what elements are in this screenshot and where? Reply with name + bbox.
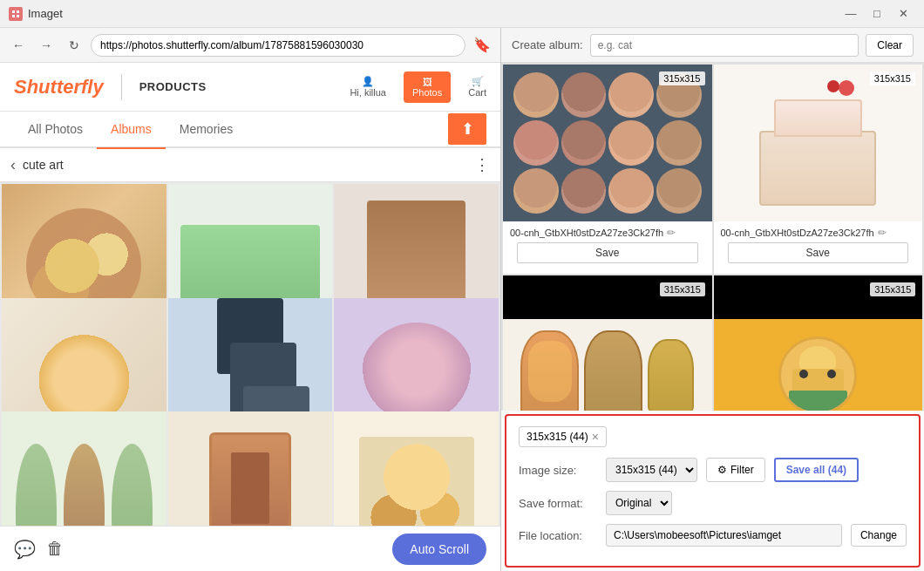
photo-cell-9[interactable] — [334, 411, 499, 526]
right-panel: Create album: Clear 315x315 — [501, 28, 924, 571]
right-img-content-3[interactable] — [503, 319, 712, 411]
filename-1: 00-cnh_GtbXHt0stDzA27ze3Ck27fh ✏ — [510, 227, 705, 239]
svg-rect-1 — [12, 10, 15, 13]
black-bar-3: 315x315 — [503, 275, 712, 319]
file-location-label: File location: — [519, 529, 597, 542]
filter-icon: ⚙ — [717, 464, 727, 476]
edit-icon-1[interactable]: ✏ — [667, 227, 676, 239]
forward-button[interactable]: → — [35, 34, 58, 57]
file-location-input[interactable] — [606, 524, 842, 547]
site-header: Shutterfly PRODUCTS 👤 Hi, killua 🖼 Photo… — [0, 63, 500, 112]
save-format-label: Save format: — [519, 497, 597, 510]
filter-row-size: Image size: 315x315 (44) ⚙ Filter Save a… — [519, 458, 907, 482]
photos-icon: 🖼 — [423, 77, 432, 87]
close-button[interactable]: ✕ — [891, 4, 915, 24]
save-button-2[interactable]: Save — [728, 242, 909, 263]
filter-tag-1: 315x315 (44) × — [519, 426, 607, 447]
more-options-button[interactable]: ⋮ — [474, 155, 490, 174]
image-size-label: Image size: — [519, 464, 597, 477]
shutterfly-logo: Shutterfly — [14, 76, 104, 99]
filter-tag-label: 315x315 (44) — [527, 431, 588, 443]
photo-cell-8[interactable] — [168, 411, 333, 526]
black-bar-4: 315x315 — [714, 275, 923, 319]
user-label: Hi, killua — [350, 87, 386, 98]
filter-tag-remove[interactable]: × — [592, 430, 599, 444]
tabs-bar: All Photos Albums Memories ⬆ — [0, 112, 500, 148]
svg-rect-0 — [10, 9, 21, 19]
save-all-button[interactable]: Save all (44) — [774, 458, 859, 482]
right-img-footer-2: 00-cnh_GtbXHt0stDzA27ze3Ck27fh ✏ Save — [714, 221, 923, 274]
delete-button[interactable]: 🗑 — [46, 539, 64, 559]
format-select[interactable]: Original — [606, 491, 672, 515]
cart-icon: 🛒 — [472, 76, 484, 87]
create-album-label: Create album: — [512, 38, 583, 51]
photo-grid — [0, 182, 500, 526]
comment-button[interactable]: 💬 — [14, 539, 36, 560]
right-img-container-1[interactable]: 315x315 — [503, 65, 712, 221]
album-name: cute art — [23, 158, 474, 172]
filter-tags: 315x315 (44) × — [519, 426, 907, 447]
photos-icon-item[interactable]: 🖼 Photos — [404, 71, 451, 103]
photo-cell-7[interactable] — [2, 411, 166, 526]
user-icon: 👤 — [362, 76, 374, 87]
upload-button[interactable]: ⬆ — [448, 113, 486, 145]
main-container: ← → ↻ 🔖 Shutterfly PRODUCTS 👤 Hi, killua… — [0, 28, 924, 571]
tab-albums[interactable]: Albums — [97, 111, 166, 147]
browser-toolbar: ← → ↻ 🔖 — [0, 28, 500, 63]
filter-row-location: File location: Change — [519, 524, 907, 547]
tab-memories[interactable]: Memories — [166, 111, 247, 147]
header-divider — [121, 74, 122, 100]
right-img-content-4[interactable] — [714, 319, 923, 411]
window-controls: — □ ✕ — [839, 4, 915, 24]
edit-icon-2[interactable]: ✏ — [878, 227, 887, 239]
image-badge-4: 315x315 — [870, 282, 915, 296]
browser-panel: ← → ↻ 🔖 Shutterfly PRODUCTS 👤 Hi, killua… — [0, 28, 501, 571]
tab-all-photos[interactable]: All Photos — [14, 111, 97, 147]
right-image-grid: 315x315 — [501, 63, 924, 411]
filter-panel: 315x315 (44) × Image size: 315x315 (44) … — [505, 414, 921, 568]
change-button[interactable]: Change — [851, 524, 907, 547]
back-button[interactable]: ← — [7, 34, 30, 57]
image-size-select[interactable]: 315x315 (44) — [606, 458, 697, 482]
album-back-button[interactable]: ‹ — [10, 156, 16, 174]
filter-button[interactable]: ⚙ Filter — [706, 458, 765, 482]
image-badge-1: 315x315 — [659, 71, 704, 85]
titlebar: Imaget — □ ✕ — [0, 0, 924, 28]
right-img-footer-1: 00-cnh_GtbXHt0stDzA27ze3Ck27fh ✏ Save — [503, 221, 712, 274]
right-image-cell-2: 315x315 00-cnh_GtbXHt — [714, 65, 923, 274]
photos-label: Photos — [412, 87, 442, 98]
bookmark-button[interactable]: 🔖 — [471, 34, 493, 57]
address-bar[interactable] — [91, 34, 465, 57]
products-link[interactable]: PRODUCTS — [139, 80, 207, 93]
save-button-1[interactable]: Save — [517, 242, 698, 263]
right-image-cell-4: 315x315 — [714, 275, 923, 411]
svg-rect-4 — [17, 15, 19, 17]
app-icon — [9, 7, 23, 21]
cart-label: Cart — [468, 87, 486, 98]
maximize-button[interactable]: □ — [865, 4, 889, 24]
right-image-cell-3: 315x315 — [503, 275, 712, 411]
app-title: Imaget — [28, 7, 839, 20]
filter-row-format: Save format: Original — [519, 491, 907, 515]
album-name-input[interactable] — [590, 34, 859, 57]
refresh-button[interactable]: ↻ — [63, 34, 85, 57]
minimize-button[interactable]: — — [839, 4, 863, 24]
album-nav: ‹ cute art ⋮ — [0, 148, 500, 182]
user-icon-item[interactable]: 👤 Hi, killua — [350, 76, 386, 98]
filename-2: 00-cnh_GtbXHt0stDzA27ze3Ck27fh ✏ — [721, 227, 916, 239]
right-toolbar: Create album: Clear — [501, 28, 924, 63]
right-image-cell-1: 315x315 — [503, 65, 712, 274]
cart-icon-item[interactable]: 🛒 Cart — [468, 76, 486, 98]
image-badge-3: 315x315 — [660, 282, 705, 296]
svg-rect-2 — [17, 10, 19, 13]
svg-rect-3 — [12, 15, 15, 17]
auto-scroll-button[interactable]: Auto Scroll — [392, 534, 486, 565]
clear-button[interactable]: Clear — [866, 34, 914, 57]
header-icons: 👤 Hi, killua 🖼 Photos 🛒 Cart — [350, 71, 486, 103]
right-img-container-2[interactable]: 315x315 — [714, 65, 923, 221]
bottom-bar: 💬 🗑 Auto Scroll — [0, 526, 500, 571]
